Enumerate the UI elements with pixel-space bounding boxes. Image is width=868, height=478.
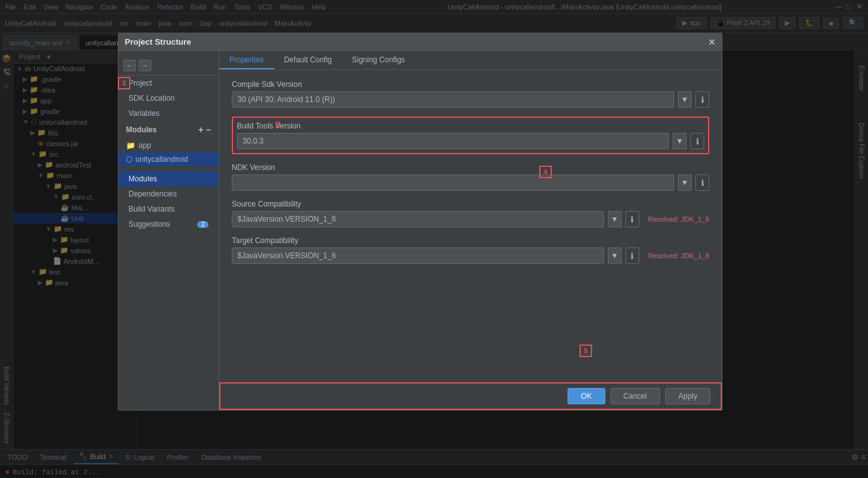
nav-project[interactable]: Project — [118, 76, 219, 91]
target-compat-resolved: Resolved: JDK_1_8 — [648, 252, 709, 259]
source-compat-dropdown-icon[interactable]: ▼ — [608, 211, 622, 227]
compile-sdk-row: 30 (API 30: Android 11.0 (R)) ▼ ℹ — [232, 91, 709, 108]
module-unitycallandroid[interactable]: ⬡ unitycallandroid — [118, 152, 219, 166]
ndk-info-button[interactable]: ℹ — [695, 174, 709, 191]
add-module-button[interactable]: + — [198, 125, 203, 135]
source-compat-row: $JavaVersion.VERSION_1_8 ▼ ℹ Resolved: J… — [232, 211, 709, 227]
build-tools-label: Build Tools Version — [237, 122, 704, 130]
modal-overlay: Project Structure ✕ ← → Project SDK Loca… — [0, 0, 868, 478]
compile-sdk-select[interactable]: 30 (API 30: Android 11.0 (R)) — [232, 91, 674, 108]
source-compat-resolved: Resolved: JDK_1_8 — [648, 215, 709, 223]
source-compat-group: Source Compatibility $JavaVersion.VERSIO… — [232, 200, 709, 227]
target-compat-select[interactable]: $JavaVersion.VERSION_1_8 — [232, 248, 604, 264]
build-tools-select[interactable]: 30.0.3 — [237, 133, 669, 149]
back-button[interactable]: ← — [123, 60, 136, 71]
remove-module-button[interactable]: − — [206, 125, 211, 135]
nav-variables[interactable]: Variables — [118, 106, 219, 121]
suggestions-badge: 2 — [197, 221, 208, 228]
source-compat-info-button[interactable]: ℹ — [625, 211, 639, 227]
compile-sdk-info-button[interactable]: ℹ — [695, 91, 709, 108]
annotation-3: 3 — [118, 77, 130, 89]
annotation-4: 4 — [539, 166, 552, 178]
target-compat-info-button[interactable]: ℹ — [625, 248, 639, 264]
ndk-group: NDK Version ▼ ℹ — [232, 163, 709, 191]
ndk-row: ▼ ℹ — [232, 174, 709, 191]
modal-content: Properties Default Config Signing Config… — [219, 51, 722, 410]
build-tools-group: Build Tools Version 30.0.3 ▼ ℹ — [232, 117, 709, 154]
build-tools-row: 30.0.3 ▼ ℹ — [237, 133, 704, 149]
compile-sdk-label: Compile Sdk Version — [232, 80, 709, 89]
modal-body: ← → Project SDK Location Variables Modul… — [118, 51, 722, 410]
target-compat-dropdown-icon[interactable]: ▼ — [608, 248, 622, 264]
cancel-button[interactable]: Cancel — [610, 388, 660, 404]
target-compat-row: $JavaVersion.VERSION_1_8 ▼ ℹ Resolved: J… — [232, 248, 709, 264]
modal-titlebar: Project Structure ✕ — [118, 33, 722, 51]
nav-sdk-location[interactable]: SDK Location — [118, 91, 219, 106]
folder-icon: 📁 — [126, 141, 135, 150]
source-compat-label: Source Compatibility — [232, 200, 709, 208]
annotation-5: 5 — [580, 344, 592, 357]
compile-sdk-dropdown-icon[interactable]: ▼ — [678, 91, 692, 108]
nav-arrows: ← → — [118, 56, 219, 76]
modules-header: Modules — [126, 125, 157, 134]
target-compat-label: Target Compatibility — [232, 236, 709, 245]
compile-sdk-group: Compile Sdk Version 30 (API 30: Android … — [232, 80, 709, 108]
modal-footer: OK Cancel Apply — [219, 382, 722, 410]
build-tools-dropdown-icon[interactable]: ▼ — [673, 133, 687, 149]
module-app[interactable]: 📁 app — [118, 139, 219, 152]
tab-signing-configs[interactable]: Signing Configs — [342, 51, 415, 69]
nav-suggestions[interactable]: Suggestions 2 — [118, 217, 219, 232]
modal-close-button[interactable]: ✕ — [708, 37, 716, 47]
forward-button[interactable]: → — [139, 60, 151, 71]
nav-dependencies[interactable]: Dependencies — [118, 186, 219, 202]
ok-button[interactable]: OK — [568, 388, 605, 404]
project-structure-modal: Project Structure ✕ ← → Project SDK Loca… — [118, 33, 722, 411]
tab-default-config[interactable]: Default Config — [274, 51, 342, 69]
build-tools-info-button[interactable]: ℹ — [690, 133, 704, 149]
ndk-dropdown-icon[interactable]: ▼ — [678, 174, 692, 191]
nav-modules[interactable]: Modules — [118, 171, 219, 186]
module-icon: ⬡ — [126, 155, 132, 164]
source-compat-select[interactable]: $JavaVersion.VERSION_1_8 — [232, 211, 604, 227]
modal-form: Compile Sdk Version 30 (API 30: Android … — [219, 70, 722, 382]
ndk-select[interactable] — [232, 174, 674, 191]
nav-build-variants[interactable]: Build Variants — [118, 202, 219, 217]
modal-nav: ← → Project SDK Location Variables Modul… — [118, 51, 219, 410]
target-compat-group: Target Compatibility $JavaVersion.VERSIO… — [232, 236, 709, 264]
annotation-2: 2 — [275, 120, 280, 130]
tab-properties[interactable]: Properties — [219, 51, 274, 69]
modal-tab-bar: Properties Default Config Signing Config… — [219, 51, 722, 70]
ndk-label: NDK Version — [232, 163, 709, 172]
modal-title: Project Structure — [125, 37, 191, 47]
apply-button[interactable]: Apply — [665, 388, 711, 404]
